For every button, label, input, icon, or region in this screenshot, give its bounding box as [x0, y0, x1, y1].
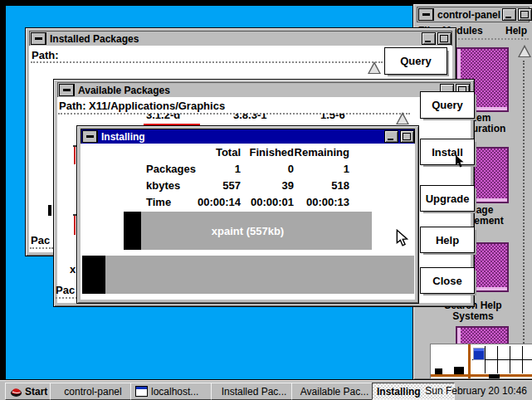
upgrade-button[interactable]: Upgrade [420, 185, 475, 212]
scrollbar-trough[interactable] [523, 61, 525, 376]
installing-titlebar[interactable]: Installing [81, 129, 415, 144]
minimize-button[interactable] [502, 8, 516, 21]
task-installed-packages[interactable]: Installed Pac... [211, 383, 297, 400]
window-menu-icon[interactable] [31, 32, 46, 45]
maximize-button[interactable] [518, 8, 532, 21]
package-label-fragment: Pac [31, 234, 50, 246]
stats-header-total: Total [189, 146, 241, 159]
path-label: Path: [32, 49, 59, 61]
stats-value: 1 [189, 163, 241, 175]
task-localhost[interactable]: localhost... [130, 383, 217, 400]
pager-divider [468, 344, 471, 378]
task-control-panel[interactable]: control-panel [50, 383, 136, 400]
window-menu-icon[interactable] [418, 8, 433, 21]
pager-mini-window[interactable] [454, 367, 464, 374]
stats-value: 39 [242, 179, 294, 192]
query-button[interactable]: Query [420, 91, 475, 119]
stats-value: 0 [242, 163, 294, 175]
desktop-pager[interactable] [430, 344, 532, 379]
minimize-button[interactable] [422, 32, 436, 45]
stats-value: 557 [189, 179, 241, 192]
install-button[interactable]: Install [420, 139, 475, 165]
pager-bottom-edge [431, 374, 532, 377]
redhat-icon [10, 385, 22, 398]
maximize-button[interactable] [437, 32, 451, 45]
stats-row-label: kbytes [146, 179, 180, 192]
task-available-packages[interactable]: Available Pac... [291, 383, 378, 400]
screen: control-panel File Modules Help System C… [0, 0, 532, 400]
package-label-fragment: Pac [56, 284, 75, 296]
query-button[interactable]: Query [384, 47, 447, 75]
pager-active-window[interactable] [473, 348, 485, 360]
package-fragment [48, 205, 51, 216]
installing-title: Installing [101, 131, 383, 143]
package-version[interactable]: 3.1.2-d [146, 114, 180, 121]
close-button[interactable]: Close [420, 267, 475, 294]
stats-value: 00:00:13 [290, 196, 349, 208]
help-button[interactable]: Help [420, 227, 475, 253]
package-progress-bar: xpaint (557kb) [124, 212, 372, 250]
clock: Sun February 20 10:46 [425, 385, 527, 397]
package-progress-label: xpaint (557kb) [124, 212, 372, 250]
available-packages-titlebar[interactable]: Available Packages [57, 82, 471, 98]
menu-help[interactable]: Help [505, 25, 527, 37]
stats-row-label: Packages [146, 163, 196, 175]
stats-row-label: Time [146, 196, 171, 208]
taskbar: Start control-panel localhost... Install… [0, 379, 532, 400]
installed-packages-titlebar[interactable]: Installed Packages [29, 31, 452, 46]
stats-value: 1 [290, 163, 349, 175]
stats-value: 00:00:01 [242, 196, 294, 208]
control-panel-title: control-panel [437, 9, 500, 21]
scrollbar-up-arrow[interactable] [396, 112, 409, 124]
path-label: Path: X11/Applications/Graphics [59, 100, 225, 112]
total-progress-fill [82, 256, 105, 294]
terminal-icon [135, 386, 148, 397]
total-progress-bar [82, 256, 414, 294]
stats-header-finished: Finished [242, 146, 294, 159]
scrollbar-up-arrow[interactable] [518, 45, 531, 57]
package-version[interactable]: 1.5-6 [320, 114, 345, 121]
minimize-button[interactable] [384, 130, 398, 143]
maximize-button[interactable] [400, 130, 414, 143]
pager-mini-window[interactable] [435, 368, 442, 374]
scrollbar-up-arrow[interactable] [368, 61, 381, 74]
package-version[interactable]: 3.8.3-1 [233, 114, 266, 121]
control-panel-titlebar[interactable]: control-panel [417, 7, 530, 22]
stats-value: 518 [290, 179, 349, 192]
window-installing: Installing Total Finished Remaining Pack… [76, 125, 419, 304]
package-label-fragment: x [70, 263, 76, 276]
stats-header-remaining: Remaining [290, 146, 349, 159]
available-packages-title: Available Packages [78, 85, 438, 96]
package-version-row: 3.1.2-d 3.8.3-1 1.5-6 [54, 114, 419, 124]
start-button[interactable]: Start [5, 383, 56, 400]
mouse-cursor [396, 229, 411, 248]
mouse-cursor-secondary [455, 154, 466, 169]
path-input[interactable] [31, 61, 383, 63]
stats-value: 00:00:14 [189, 196, 241, 208]
installed-packages-title: Installed Packages [50, 33, 420, 45]
window-menu-icon[interactable] [59, 84, 74, 96]
window-menu-icon[interactable] [82, 130, 97, 143]
